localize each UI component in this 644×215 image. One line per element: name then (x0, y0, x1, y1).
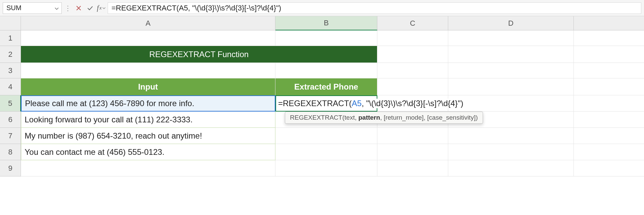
cell-e5[interactable] (574, 95, 644, 112)
cell-a1[interactable] (21, 30, 275, 46)
col-header-b[interactable]: B (275, 16, 377, 30)
row-header-9[interactable]: 9 (0, 160, 21, 176)
cell-a9[interactable] (21, 160, 275, 176)
cancel-icon[interactable] (74, 3, 83, 13)
formula-input[interactable]: =REGEXEXTRACT(A5, "\(\d{3}\)\s?\d{3}[-\s… (108, 2, 641, 14)
cell-b9[interactable] (275, 160, 377, 176)
cell-d4[interactable] (448, 78, 574, 95)
row-header-2[interactable]: 2 (0, 46, 21, 63)
col-header-a[interactable]: A (21, 16, 275, 30)
cell-c2[interactable] (377, 46, 448, 63)
chevron-down-icon[interactable] (55, 4, 59, 12)
cell-b3[interactable] (275, 63, 377, 78)
cell-e2[interactable] (574, 46, 644, 63)
cell-a8[interactable]: You can contact me at (456) 555-0123. (21, 144, 275, 160)
cell-d7[interactable] (448, 128, 574, 144)
divider: ⋮ (64, 4, 72, 12)
cell-d8[interactable] (448, 144, 574, 160)
cell-d9[interactable] (448, 160, 574, 176)
cell-d2[interactable] (448, 46, 574, 63)
cell-e8[interactable] (574, 144, 644, 160)
cell-d1[interactable] (448, 30, 574, 46)
header-input[interactable]: Input (21, 78, 275, 95)
function-tooltip[interactable]: REGEXEXTRACT(text, pattern, [return_mode… (285, 112, 483, 124)
cell-a3[interactable] (21, 63, 275, 78)
confirm-icon[interactable] (85, 3, 95, 13)
col-header-e[interactable] (574, 16, 644, 30)
select-all-corner[interactable] (0, 16, 21, 30)
cell-c1[interactable] (377, 30, 448, 46)
cell-e7[interactable] (574, 128, 644, 144)
cell-d5[interactable] (448, 95, 574, 112)
fx-icon[interactable]: fx (97, 4, 106, 12)
formula-cell-ref: A5 (352, 99, 361, 108)
editing-formula: =REGEXEXTRACT(A5, "\(\d{3}\)\s?\d{3}[-\s… (278, 99, 467, 108)
row-header-3[interactable]: 3 (0, 63, 21, 78)
name-box[interactable]: SUM (3, 2, 62, 14)
row-header-8[interactable]: 8 (0, 144, 21, 160)
cell-a6[interactable]: Looking forward to your call at (111) 22… (21, 112, 275, 128)
cell-d3[interactable] (448, 63, 574, 78)
row-header-5[interactable]: 5 (0, 95, 21, 112)
header-extracted[interactable]: Extracted Phone (275, 78, 377, 95)
cell-b7[interactable] (275, 128, 377, 144)
row-header-6[interactable]: 6 (0, 112, 21, 128)
cell-c3[interactable] (377, 63, 448, 78)
col-header-d[interactable]: D (448, 16, 574, 30)
formula-bar: SUM ⋮ fx =REGEXEXTRACT(A5, "\(\d{3}\)\s?… (0, 0, 644, 16)
row-header-7[interactable]: 7 (0, 128, 21, 144)
spreadsheet-grid: A B C D 1 2 REGEXEXTRACT Function 3 4 In… (0, 16, 644, 176)
formula-text: =REGEXEXTRACT(A5, "\(\d{3}\)\s?\d{3}[-\s… (111, 4, 281, 13)
cell-e4[interactable] (574, 78, 644, 95)
cell-c8[interactable] (377, 144, 448, 160)
cell-c7[interactable] (377, 128, 448, 144)
col-header-c[interactable]: C (377, 16, 448, 30)
cell-a7[interactable]: My number is (987) 654-3210, reach out a… (21, 128, 275, 144)
cell-b5-editing[interactable]: =REGEXEXTRACT(A5, "\(\d{3}\)\s?\d{3}[-\s… (275, 95, 377, 112)
row-header-1[interactable]: 1 (0, 30, 21, 46)
cell-c4[interactable] (377, 78, 448, 95)
cell-b1[interactable] (275, 30, 377, 46)
cell-e9[interactable] (574, 160, 644, 176)
cell-c9[interactable] (377, 160, 448, 176)
cell-b8[interactable] (275, 144, 377, 160)
chevron-down-icon (102, 5, 106, 11)
cell-e3[interactable] (574, 63, 644, 78)
name-box-value: SUM (6, 4, 21, 12)
cell-e1[interactable] (574, 30, 644, 46)
cell-a5[interactable]: Please call me at (123) 456-7890 for mor… (21, 95, 275, 112)
cell-e6[interactable] (574, 112, 644, 128)
row-header-4[interactable]: 4 (0, 78, 21, 95)
title-cell[interactable]: REGEXEXTRACT Function (21, 46, 377, 63)
